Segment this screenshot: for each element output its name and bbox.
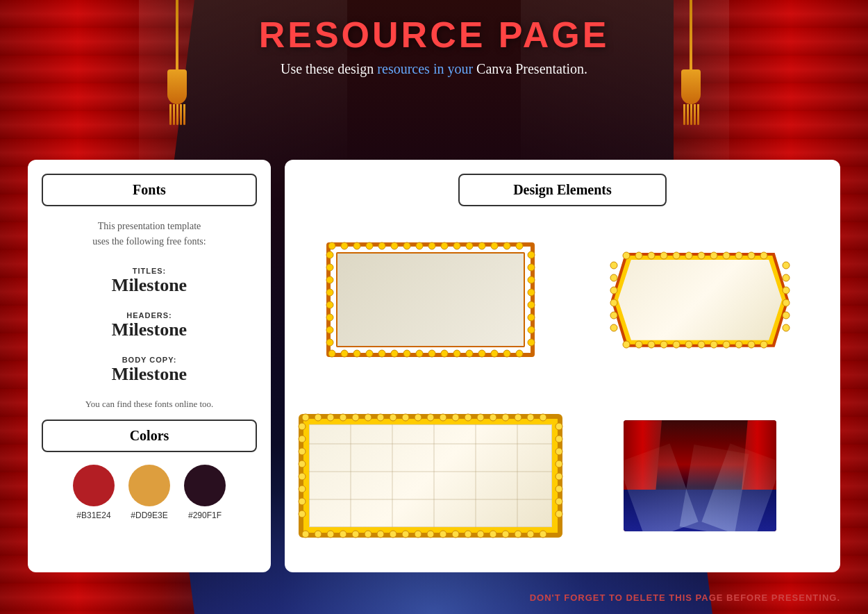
svg-point-12 — [478, 242, 485, 249]
svg-point-89 — [365, 414, 372, 421]
svg-point-137 — [556, 486, 562, 492]
svg-point-64 — [673, 341, 680, 348]
svg-point-100 — [502, 414, 509, 421]
svg-point-132 — [556, 423, 562, 430]
svg-point-25 — [441, 350, 448, 357]
svg-point-26 — [453, 350, 460, 357]
marquee-large-wrapper — [299, 414, 562, 538]
colors-row: #B31E24 #DD9E3E #290F1F — [42, 465, 257, 520]
svg-point-116 — [452, 531, 459, 538]
elements-grid: // dots will be created via JS below — [299, 217, 826, 558]
svg-point-62 — [648, 341, 655, 348]
svg-point-110 — [377, 531, 384, 538]
svg-point-51 — [660, 252, 667, 259]
svg-point-15 — [516, 242, 523, 249]
svg-point-98 — [477, 414, 484, 421]
svg-point-80 — [783, 287, 790, 294]
svg-point-92 — [402, 414, 409, 421]
body-entry: BODY COPY: Milestone — [42, 356, 257, 385]
svg-point-109 — [365, 531, 372, 538]
svg-point-44 — [528, 301, 535, 308]
svg-point-23 — [416, 350, 423, 357]
svg-point-102 — [527, 414, 534, 421]
svg-point-9 — [441, 242, 448, 249]
svg-point-22 — [403, 350, 410, 357]
svg-point-81 — [783, 299, 790, 306]
fonts-footer: You can find these fonts online too. — [42, 399, 257, 410]
svg-point-5 — [391, 242, 398, 249]
svg-point-53 — [685, 252, 692, 259]
svg-point-74 — [610, 287, 617, 294]
svg-point-85 — [315, 414, 322, 421]
svg-point-41 — [528, 264, 535, 271]
svg-point-70 — [748, 341, 755, 348]
svg-point-31 — [516, 350, 523, 357]
svg-point-87 — [340, 414, 347, 421]
svg-point-2 — [353, 242, 360, 249]
svg-point-8 — [428, 242, 435, 249]
colors-header: Colors — [42, 420, 257, 452]
bottom-warning: DON'T FORGET TO DELETE THIS PAGE BEFORE … — [530, 592, 840, 603]
svg-point-106 — [327, 531, 334, 538]
svg-point-139 — [556, 511, 562, 517]
svg-point-96 — [452, 414, 459, 421]
svg-point-17 — [341, 350, 348, 357]
svg-point-121 — [515, 531, 521, 538]
element-marquee-rect: // dots will be created via JS below — [299, 217, 562, 383]
svg-point-91 — [390, 414, 397, 421]
color-label-2: #DD9E3E — [131, 511, 167, 520]
body-label: BODY COPY: — [42, 356, 257, 364]
svg-point-82 — [783, 312, 790, 319]
svg-point-94 — [427, 414, 434, 421]
svg-point-20 — [378, 350, 385, 357]
svg-point-3 — [366, 242, 373, 249]
svg-point-93 — [415, 414, 422, 421]
svg-point-58 — [748, 252, 755, 259]
svg-point-71 — [760, 341, 767, 348]
svg-point-129 — [299, 486, 306, 492]
svg-point-127 — [299, 460, 306, 467]
headers-entry: HEADERS: Milestone — [42, 311, 257, 340]
color-label-1: #B31E24 — [76, 511, 110, 520]
svg-point-13 — [491, 242, 498, 249]
svg-point-30 — [503, 350, 510, 357]
svg-point-36 — [326, 301, 333, 308]
svg-point-33 — [326, 264, 333, 271]
svg-point-88 — [352, 414, 359, 421]
marquee-rect-wrapper: // dots will be created via JS below — [326, 242, 535, 357]
svg-point-113 — [415, 531, 422, 538]
svg-point-97 — [465, 414, 471, 421]
svg-point-60 — [623, 341, 630, 348]
svg-point-90 — [377, 414, 384, 421]
design-elements-header: Design Elements — [299, 174, 826, 206]
svg-point-76 — [610, 312, 617, 319]
svg-point-49 — [635, 252, 642, 259]
svg-point-47 — [528, 339, 535, 346]
svg-point-57 — [735, 252, 742, 259]
svg-point-84 — [302, 414, 309, 421]
svg-point-29 — [491, 350, 498, 357]
svg-point-138 — [556, 498, 562, 505]
element-theatre — [574, 394, 826, 559]
svg-point-117 — [465, 531, 471, 538]
color-item-2: #DD9E3E — [128, 465, 170, 520]
svg-point-10 — [453, 242, 460, 249]
svg-point-50 — [648, 252, 655, 259]
svg-point-130 — [299, 498, 306, 505]
svg-point-32 — [326, 251, 333, 258]
svg-point-128 — [299, 473, 306, 480]
svg-point-0 — [328, 242, 335, 249]
svg-point-83 — [783, 324, 790, 331]
svg-point-111 — [390, 531, 397, 538]
svg-point-119 — [490, 531, 496, 538]
svg-point-34 — [326, 276, 333, 283]
svg-point-86 — [327, 414, 334, 421]
svg-point-46 — [528, 326, 535, 333]
svg-point-1 — [341, 242, 348, 249]
svg-point-11 — [466, 242, 473, 249]
svg-point-16 — [328, 350, 335, 357]
svg-point-77 — [610, 324, 617, 331]
svg-point-43 — [528, 289, 535, 296]
headers-label: HEADERS: — [42, 311, 257, 320]
titles-font: Milestone — [42, 275, 257, 296]
